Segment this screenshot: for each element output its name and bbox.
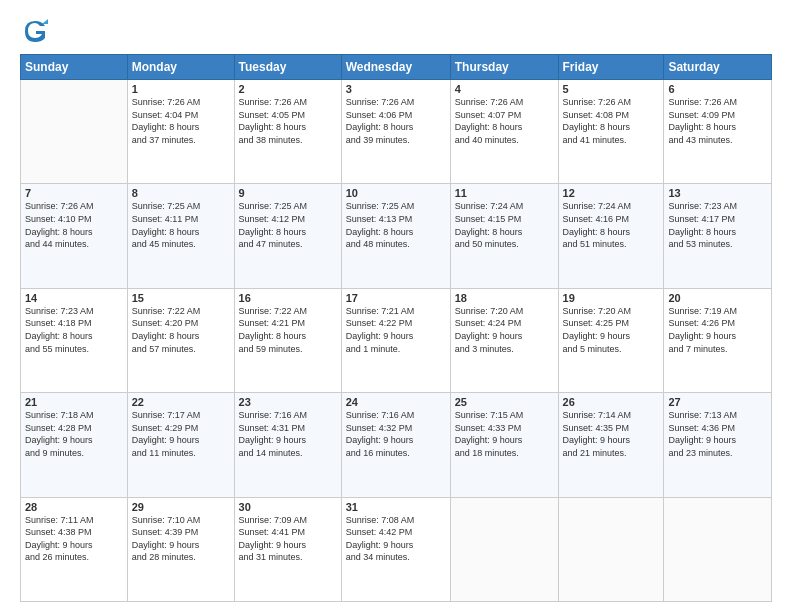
calendar-cell: 18Sunrise: 7:20 AM Sunset: 4:24 PM Dayli… (450, 288, 558, 392)
calendar-cell: 26Sunrise: 7:14 AM Sunset: 4:35 PM Dayli… (558, 393, 664, 497)
day-info: Sunrise: 7:10 AM Sunset: 4:39 PM Dayligh… (132, 514, 230, 564)
calendar-cell (21, 80, 128, 184)
day-info: Sunrise: 7:20 AM Sunset: 4:24 PM Dayligh… (455, 305, 554, 355)
calendar-cell: 15Sunrise: 7:22 AM Sunset: 4:20 PM Dayli… (127, 288, 234, 392)
calendar-cell: 21Sunrise: 7:18 AM Sunset: 4:28 PM Dayli… (21, 393, 128, 497)
calendar-cell: 8Sunrise: 7:25 AM Sunset: 4:11 PM Daylig… (127, 184, 234, 288)
day-info: Sunrise: 7:21 AM Sunset: 4:22 PM Dayligh… (346, 305, 446, 355)
day-number: 1 (132, 83, 230, 95)
day-info: Sunrise: 7:09 AM Sunset: 4:41 PM Dayligh… (239, 514, 337, 564)
calendar-cell: 30Sunrise: 7:09 AM Sunset: 4:41 PM Dayli… (234, 497, 341, 601)
calendar-cell: 29Sunrise: 7:10 AM Sunset: 4:39 PM Dayli… (127, 497, 234, 601)
calendar-cell: 24Sunrise: 7:16 AM Sunset: 4:32 PM Dayli… (341, 393, 450, 497)
day-number: 15 (132, 292, 230, 304)
calendar-header: SundayMondayTuesdayWednesdayThursdayFrid… (21, 55, 772, 80)
weekday-header-row: SundayMondayTuesdayWednesdayThursdayFrid… (21, 55, 772, 80)
day-info: Sunrise: 7:22 AM Sunset: 4:21 PM Dayligh… (239, 305, 337, 355)
day-number: 29 (132, 501, 230, 513)
day-number: 25 (455, 396, 554, 408)
calendar-table: SundayMondayTuesdayWednesdayThursdayFrid… (20, 54, 772, 602)
logo-icon (20, 16, 50, 46)
day-number: 17 (346, 292, 446, 304)
day-info: Sunrise: 7:13 AM Sunset: 4:36 PM Dayligh… (668, 409, 767, 459)
calendar-cell: 19Sunrise: 7:20 AM Sunset: 4:25 PM Dayli… (558, 288, 664, 392)
weekday-header: Sunday (21, 55, 128, 80)
day-number: 7 (25, 187, 123, 199)
calendar-week-row: 1Sunrise: 7:26 AM Sunset: 4:04 PM Daylig… (21, 80, 772, 184)
day-number: 20 (668, 292, 767, 304)
day-number: 3 (346, 83, 446, 95)
calendar-cell: 7Sunrise: 7:26 AM Sunset: 4:10 PM Daylig… (21, 184, 128, 288)
day-info: Sunrise: 7:24 AM Sunset: 4:16 PM Dayligh… (563, 200, 660, 250)
calendar-cell: 14Sunrise: 7:23 AM Sunset: 4:18 PM Dayli… (21, 288, 128, 392)
calendar-cell: 11Sunrise: 7:24 AM Sunset: 4:15 PM Dayli… (450, 184, 558, 288)
day-info: Sunrise: 7:26 AM Sunset: 4:07 PM Dayligh… (455, 96, 554, 146)
day-info: Sunrise: 7:26 AM Sunset: 4:06 PM Dayligh… (346, 96, 446, 146)
calendar-cell: 28Sunrise: 7:11 AM Sunset: 4:38 PM Dayli… (21, 497, 128, 601)
calendar-week-row: 7Sunrise: 7:26 AM Sunset: 4:10 PM Daylig… (21, 184, 772, 288)
day-info: Sunrise: 7:17 AM Sunset: 4:29 PM Dayligh… (132, 409, 230, 459)
weekday-header: Wednesday (341, 55, 450, 80)
weekday-header: Tuesday (234, 55, 341, 80)
day-number: 5 (563, 83, 660, 95)
weekday-header: Monday (127, 55, 234, 80)
calendar-cell: 10Sunrise: 7:25 AM Sunset: 4:13 PM Dayli… (341, 184, 450, 288)
day-info: Sunrise: 7:22 AM Sunset: 4:20 PM Dayligh… (132, 305, 230, 355)
day-number: 18 (455, 292, 554, 304)
calendar-week-row: 14Sunrise: 7:23 AM Sunset: 4:18 PM Dayli… (21, 288, 772, 392)
day-number: 27 (668, 396, 767, 408)
calendar-body: 1Sunrise: 7:26 AM Sunset: 4:04 PM Daylig… (21, 80, 772, 602)
day-number: 10 (346, 187, 446, 199)
day-number: 30 (239, 501, 337, 513)
day-info: Sunrise: 7:26 AM Sunset: 4:08 PM Dayligh… (563, 96, 660, 146)
day-number: 16 (239, 292, 337, 304)
day-info: Sunrise: 7:16 AM Sunset: 4:32 PM Dayligh… (346, 409, 446, 459)
logo (20, 16, 54, 46)
calendar-cell: 23Sunrise: 7:16 AM Sunset: 4:31 PM Dayli… (234, 393, 341, 497)
day-number: 28 (25, 501, 123, 513)
day-info: Sunrise: 7:20 AM Sunset: 4:25 PM Dayligh… (563, 305, 660, 355)
day-number: 21 (25, 396, 123, 408)
day-number: 23 (239, 396, 337, 408)
day-info: Sunrise: 7:25 AM Sunset: 4:12 PM Dayligh… (239, 200, 337, 250)
day-info: Sunrise: 7:26 AM Sunset: 4:10 PM Dayligh… (25, 200, 123, 250)
calendar-cell: 9Sunrise: 7:25 AM Sunset: 4:12 PM Daylig… (234, 184, 341, 288)
calendar-cell: 4Sunrise: 7:26 AM Sunset: 4:07 PM Daylig… (450, 80, 558, 184)
day-number: 26 (563, 396, 660, 408)
calendar-cell: 27Sunrise: 7:13 AM Sunset: 4:36 PM Dayli… (664, 393, 772, 497)
calendar-cell: 13Sunrise: 7:23 AM Sunset: 4:17 PM Dayli… (664, 184, 772, 288)
day-info: Sunrise: 7:25 AM Sunset: 4:13 PM Dayligh… (346, 200, 446, 250)
day-info: Sunrise: 7:23 AM Sunset: 4:18 PM Dayligh… (25, 305, 123, 355)
calendar-cell: 12Sunrise: 7:24 AM Sunset: 4:16 PM Dayli… (558, 184, 664, 288)
day-info: Sunrise: 7:19 AM Sunset: 4:26 PM Dayligh… (668, 305, 767, 355)
header (20, 16, 772, 46)
day-number: 8 (132, 187, 230, 199)
day-info: Sunrise: 7:16 AM Sunset: 4:31 PM Dayligh… (239, 409, 337, 459)
day-number: 4 (455, 83, 554, 95)
weekday-header: Friday (558, 55, 664, 80)
calendar-week-row: 28Sunrise: 7:11 AM Sunset: 4:38 PM Dayli… (21, 497, 772, 601)
day-info: Sunrise: 7:14 AM Sunset: 4:35 PM Dayligh… (563, 409, 660, 459)
calendar-cell: 22Sunrise: 7:17 AM Sunset: 4:29 PM Dayli… (127, 393, 234, 497)
day-number: 22 (132, 396, 230, 408)
calendar-cell: 3Sunrise: 7:26 AM Sunset: 4:06 PM Daylig… (341, 80, 450, 184)
calendar-cell: 25Sunrise: 7:15 AM Sunset: 4:33 PM Dayli… (450, 393, 558, 497)
day-info: Sunrise: 7:25 AM Sunset: 4:11 PM Dayligh… (132, 200, 230, 250)
day-info: Sunrise: 7:08 AM Sunset: 4:42 PM Dayligh… (346, 514, 446, 564)
weekday-header: Thursday (450, 55, 558, 80)
weekday-header: Saturday (664, 55, 772, 80)
day-info: Sunrise: 7:26 AM Sunset: 4:05 PM Dayligh… (239, 96, 337, 146)
day-info: Sunrise: 7:23 AM Sunset: 4:17 PM Dayligh… (668, 200, 767, 250)
day-info: Sunrise: 7:26 AM Sunset: 4:09 PM Dayligh… (668, 96, 767, 146)
calendar-cell: 1Sunrise: 7:26 AM Sunset: 4:04 PM Daylig… (127, 80, 234, 184)
day-number: 9 (239, 187, 337, 199)
day-info: Sunrise: 7:15 AM Sunset: 4:33 PM Dayligh… (455, 409, 554, 459)
day-number: 14 (25, 292, 123, 304)
calendar-cell: 16Sunrise: 7:22 AM Sunset: 4:21 PM Dayli… (234, 288, 341, 392)
calendar-cell (558, 497, 664, 601)
calendar-cell: 17Sunrise: 7:21 AM Sunset: 4:22 PM Dayli… (341, 288, 450, 392)
day-number: 24 (346, 396, 446, 408)
calendar-week-row: 21Sunrise: 7:18 AM Sunset: 4:28 PM Dayli… (21, 393, 772, 497)
calendar-cell: 6Sunrise: 7:26 AM Sunset: 4:09 PM Daylig… (664, 80, 772, 184)
page: SundayMondayTuesdayWednesdayThursdayFrid… (0, 0, 792, 612)
